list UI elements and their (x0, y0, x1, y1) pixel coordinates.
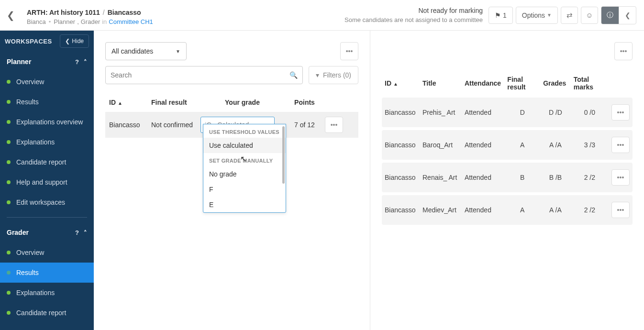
candidate-select[interactable]: All candidates ▼ (105, 42, 187, 60)
ellipsis-icon: ••• (617, 206, 624, 214)
committee-link[interactable]: Committee CH1 (109, 18, 153, 25)
ellipsis-icon: ••• (620, 47, 627, 55)
cell-final: A (504, 195, 540, 225)
ellipsis-icon: ••• (331, 121, 338, 129)
sidebar-section-grader[interactable]: Grader ? ˄ (0, 222, 94, 242)
col-grade-label[interactable]: Your grade (225, 99, 260, 106)
rcol-marks[interactable]: Total marks (571, 72, 609, 95)
flag-icon: ⚑ (495, 11, 501, 19)
cell-title: Baroq_Art (420, 130, 462, 160)
col-id-label[interactable]: ID (109, 99, 116, 106)
cell-grades: D /D (540, 98, 571, 127)
sidebar-item-grader-explanations[interactable]: Explanations (0, 283, 94, 303)
help-icon[interactable]: ? (75, 58, 79, 66)
sidebar-item-label: Explanations (16, 138, 55, 146)
info-icon: ⓘ (607, 11, 613, 20)
cell-id: Biancasso (382, 98, 420, 127)
row-more-button[interactable]: ••• (325, 117, 343, 133)
filters-label: Filters (0) (323, 71, 351, 79)
rcol-id[interactable]: ID (385, 79, 391, 87)
row-more-button[interactable]: ••• (611, 169, 630, 186)
flag-count-button[interactable]: ⚑ 1 (489, 7, 513, 24)
sort-asc-icon: ▲ (118, 100, 122, 106)
cell-id: Biancasso (382, 195, 420, 225)
row-more-button[interactable]: ••• (611, 104, 630, 121)
byline-in: in (102, 18, 107, 25)
cell-attendance: Attended (462, 163, 504, 192)
dropdown-scrollbar[interactable] (282, 126, 285, 184)
sidebar-item-planner-help[interactable]: Help and support (0, 172, 94, 192)
rcol-title[interactable]: Title (420, 72, 462, 95)
candidate-summary-panel: All candidates ▼ ••• 🔍 ▾ Filters (0) ID … (94, 31, 370, 330)
hide-sidebar-button[interactable]: ❮ Hide (60, 34, 89, 48)
swap-button[interactable]: ⇄ (561, 7, 578, 24)
sidebar-item-label: Overview (16, 78, 44, 86)
cell-final: D (504, 98, 540, 127)
breadcrumb: ARTH: Art history 1011 / Biancasso Bianc… (21, 5, 153, 25)
sidebar-item-planner-candidate-report[interactable]: Candidate report (0, 152, 94, 172)
cell-marks: 3 /3 (571, 130, 609, 160)
sidebar-item-planner-results[interactable]: Results (0, 92, 94, 112)
byline-comma: , (77, 18, 79, 25)
info-button[interactable]: ⓘ (601, 7, 619, 24)
chevron-up-icon[interactable]: ˄ (84, 58, 87, 66)
sidebar-item-grader-candidate-report[interactable]: Candidate report (0, 303, 94, 323)
chevron-left-icon: ❮ (65, 38, 70, 44)
col-points-label[interactable]: Points (294, 99, 315, 106)
search-icon: 🔍 (289, 71, 298, 79)
breadcrumb-course: ARTH: Art history 1011 (27, 9, 100, 16)
rcol-final[interactable]: Final result (504, 72, 540, 95)
dd-option-e[interactable]: E (203, 197, 286, 212)
rcol-attendance[interactable]: Attendance (462, 72, 504, 95)
filters-button[interactable]: ▾ Filters (0) (309, 66, 358, 84)
dd-section-manual: SET GRADE MANUALLY (203, 153, 286, 166)
table-row: BiancassoRenais_ ArtAttendedBB /B2 /2••• (382, 163, 633, 192)
options-button[interactable]: Options ▼ (516, 7, 558, 24)
sidebar-section-planner[interactable]: Planner ? ˄ (0, 52, 94, 72)
planner-title: Planner (7, 58, 31, 66)
user-button[interactable]: ☺ (581, 7, 598, 24)
sidebar-item-label: Explanations (16, 289, 55, 297)
sidebar-item-planner-overview[interactable]: Overview (0, 72, 94, 92)
sidebar-item-planner-explanations[interactable]: Explanations (0, 132, 94, 152)
cell-title: Prehis_ Art (420, 98, 462, 127)
hide-label: Hide (72, 38, 84, 44)
dd-option-f[interactable]: F (203, 182, 286, 197)
row-more-button[interactable]: ••• (611, 137, 630, 153)
details-panel: ••• ID ▲ Title Attendance Final result G… (370, 31, 644, 330)
col-final-label[interactable]: Final result (151, 99, 187, 106)
cell-id: Biancasso (382, 163, 420, 192)
panel-more-button[interactable]: ••• (340, 42, 358, 60)
workspaces-label: WORKSPACES (5, 38, 52, 45)
sidebar-item-grader-results[interactable]: Results (0, 263, 94, 283)
header-status: Not ready for marking Some candidates ar… (344, 7, 489, 23)
byline-dot-icon: • (48, 18, 52, 25)
ellipsis-icon: ••• (617, 141, 624, 149)
ellipsis-icon: ••• (617, 109, 624, 116)
sidebar-item-planner-explanations-overview[interactable]: Explanations overview (0, 112, 94, 132)
sidebar-item-label: Overview (16, 249, 44, 256)
cell-final: B (504, 163, 540, 192)
row-more-button[interactable]: ••• (611, 202, 630, 218)
status-sub: Some candidates are not assigned to a co… (344, 16, 483, 23)
cell-marks: 2 /2 (571, 163, 609, 192)
collapse-button[interactable]: ❮ (619, 7, 636, 24)
sidebar-item-planner-edit-workspaces[interactable]: Edit workspaces (0, 192, 94, 212)
candidate-select-label: All candidates (111, 47, 153, 55)
cell-grades: A /A (540, 195, 571, 225)
rcol-grades[interactable]: Grades (540, 72, 571, 95)
chevron-up-icon[interactable]: ˄ (84, 229, 87, 236)
cell-grades: A /A (540, 130, 571, 160)
sidebar-item-grader-overview[interactable]: Overview (0, 242, 94, 263)
cell-grades: B /B (540, 163, 571, 192)
options-label: Options (522, 11, 545, 19)
search-input[interactable] (111, 71, 289, 79)
search-box[interactable]: 🔍 (105, 66, 303, 84)
back-chevron-icon[interactable]: ❮ (7, 10, 15, 21)
dd-option-use-calculated[interactable]: Use calculated (203, 138, 286, 153)
details-more-button[interactable]: ••• (614, 42, 633, 60)
help-icon[interactable]: ? (75, 229, 79, 236)
funnel-icon: ▾ (316, 71, 319, 79)
cell-marks: 2 /2 (571, 195, 609, 225)
dd-option-no-grade[interactable]: No grade (203, 166, 286, 182)
